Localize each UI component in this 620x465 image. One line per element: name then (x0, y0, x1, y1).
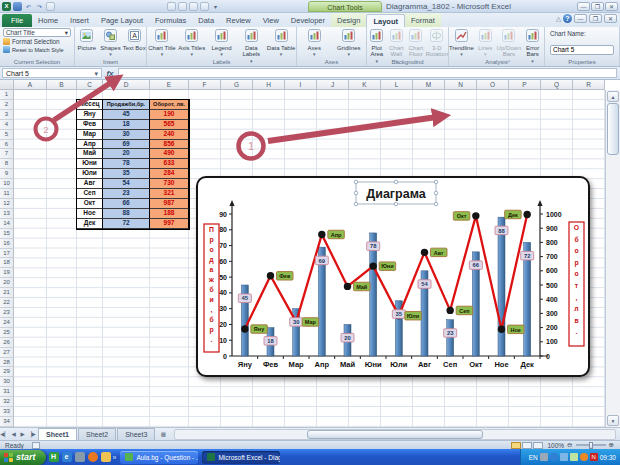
row-header-7[interactable]: 7 (0, 149, 14, 159)
row-header-21[interactable]: 21 (0, 288, 14, 298)
row-header-10[interactable]: 10 (0, 179, 14, 189)
row-header-13[interactable]: 13 (0, 209, 14, 219)
fx-icon[interactable]: fx (102, 69, 118, 78)
row-header-28[interactable]: 28 (0, 358, 14, 368)
column-header-N[interactable]: N (445, 80, 477, 90)
row-header-31[interactable]: 31 (0, 387, 14, 397)
ribbon-button-text-box[interactable]: AText Box (122, 29, 146, 51)
tab-home[interactable]: Home (32, 14, 64, 27)
qat-chart-icon-4[interactable] (200, 2, 209, 11)
tab-format[interactable]: Format (405, 14, 441, 27)
close-button[interactable]: ✕ (605, 2, 618, 11)
ribbon-button-legend[interactable]: Legend▾ (207, 29, 237, 58)
tab-layout[interactable]: Layout (366, 14, 405, 27)
save-icon[interactable] (13, 2, 22, 11)
tab-developer[interactable]: Developer (285, 14, 331, 27)
zoom-level[interactable]: 100% (547, 442, 564, 449)
ribbon-button-chart-title[interactable]: Chart Title▾ (147, 29, 177, 58)
column-header-M[interactable]: M (413, 80, 445, 90)
ribbon-button-data-table[interactable]: Data Table▾ (266, 29, 296, 58)
ribbon-button-axes[interactable]: Axes▾ (297, 29, 332, 58)
worksheet-grid[interactable]: ABCDEFGHIJKLMNOPQR 123456789101112131415… (0, 80, 620, 427)
zoom-out-icon[interactable]: ⊖ (567, 441, 572, 449)
row-header-18[interactable]: 18 (0, 258, 14, 268)
row-header-8[interactable]: 8 (0, 159, 14, 169)
doc-restore-button[interactable]: ❐ (589, 14, 602, 23)
quicklaunch-app-icon[interactable] (75, 452, 85, 462)
row-header-3[interactable]: 3 (0, 110, 14, 120)
qat-chart-icon-2[interactable] (178, 2, 187, 11)
column-header-G[interactable]: G (221, 80, 253, 90)
normal-view-icon[interactable] (511, 442, 521, 449)
row-header-4[interactable]: 4 (0, 120, 14, 130)
sheet-tab-sheet3[interactable]: Sheet3 (117, 428, 155, 440)
reset-to-match-style-button[interactable]: Reset to Match Style (3, 46, 71, 53)
sheet-tab-sheet2[interactable]: Sheet2 (78, 428, 116, 440)
row-header-14[interactable]: 14 (0, 219, 14, 229)
row-header-26[interactable]: 26 (0, 338, 14, 348)
column-header-P[interactable]: P (509, 80, 541, 90)
tray-keyboard-icon[interactable] (540, 453, 548, 461)
tray-messenger-icon[interactable] (550, 453, 558, 461)
row-header-9[interactable]: 9 (0, 169, 14, 179)
quicklaunch-h-icon[interactable]: H (49, 452, 59, 462)
ribbon-button-trendline[interactable]: Trendline▾ (449, 29, 474, 58)
ribbon-button-picture[interactable]: Picture (75, 29, 99, 51)
column-header-B[interactable]: B (47, 80, 77, 90)
row-header-11[interactable]: 11 (0, 189, 14, 199)
tab-design[interactable]: Design (331, 14, 366, 27)
current-selection-dropdown[interactable]: Chart Title▾ (3, 28, 71, 37)
tab-page-layout[interactable]: Page Layout (95, 14, 149, 27)
taskbar-task-microsoft-[interactable]: Microsoft Excel - Diag... (202, 451, 280, 464)
first-sheet-icon[interactable]: ◀▏ (0, 431, 9, 437)
tray-nod32-icon[interactable]: N (590, 453, 598, 461)
row-header-25[interactable]: 25 (0, 328, 14, 338)
doc-minimize-button[interactable]: — (574, 14, 587, 23)
column-header-I[interactable]: I (285, 80, 317, 90)
row-header-15[interactable]: 15 (0, 229, 14, 239)
sheet-tab-sheet1[interactable]: Sheet1 (38, 428, 77, 440)
restore-button[interactable]: ❐ (591, 2, 604, 11)
column-header-K[interactable]: K (349, 80, 381, 90)
tab-formulas[interactable]: Formulas (149, 14, 192, 27)
tab-file[interactable]: File (2, 14, 32, 27)
horizontal-scrollbar[interactable] (174, 429, 616, 440)
quicklaunch-ie-icon[interactable]: e (62, 452, 72, 462)
name-box[interactable]: Chart 5▾ (2, 68, 102, 78)
row-header-19[interactable]: 19 (0, 268, 14, 278)
column-header-E[interactable]: E (150, 80, 189, 90)
help-icon[interactable]: ? (563, 14, 572, 23)
formula-input[interactable] (118, 68, 617, 78)
tray-update-icon[interactable] (570, 453, 578, 461)
column-header-A[interactable]: A (14, 80, 47, 90)
row-header-5[interactable]: 5 (0, 130, 14, 140)
row-header-16[interactable]: 16 (0, 239, 14, 249)
column-header-R[interactable]: R (573, 80, 605, 90)
scroll-up-icon[interactable]: ▲ (607, 91, 619, 102)
undo-icon[interactable]: ↶ (24, 2, 33, 11)
row-header-6[interactable]: 6 (0, 140, 14, 150)
qat-chart-icon-1[interactable] (167, 2, 176, 11)
select-all-corner[interactable] (0, 80, 14, 90)
vertical-scrollbar[interactable]: ▲ ▼ (605, 90, 620, 427)
quicklaunch-firefox-icon[interactable] (88, 452, 98, 462)
prev-sheet-icon[interactable]: ◀ (9, 431, 18, 437)
start-button[interactable]: start (0, 450, 46, 465)
tab-review[interactable]: Review (220, 14, 257, 27)
insert-sheet-icon[interactable]: ▦ (156, 431, 170, 437)
tab-data[interactable]: Data (192, 14, 220, 27)
row-header-22[interactable]: 22 (0, 298, 14, 308)
row-header-30[interactable]: 30 (0, 377, 14, 387)
zoom-slider-thumb[interactable] (589, 442, 593, 449)
page-layout-view-icon[interactable] (522, 442, 532, 449)
next-sheet-icon[interactable]: ▶ (18, 431, 27, 437)
row-header-32[interactable]: 32 (0, 397, 14, 407)
minimize-button[interactable]: — (577, 2, 590, 11)
last-sheet-icon[interactable]: ▕▶ (27, 431, 36, 437)
column-header-H[interactable]: H (253, 80, 285, 90)
taskbar-task-aula-bg-[interactable]: Aula.bg - Question - ... (120, 451, 198, 464)
qat-chart-icon-3[interactable] (189, 2, 198, 11)
ribbon-button-shapes[interactable]: Shapes▾ (99, 29, 123, 58)
tab-insert[interactable]: Insert (64, 14, 95, 27)
minimize-ribbon-icon[interactable]: △ (556, 15, 561, 23)
